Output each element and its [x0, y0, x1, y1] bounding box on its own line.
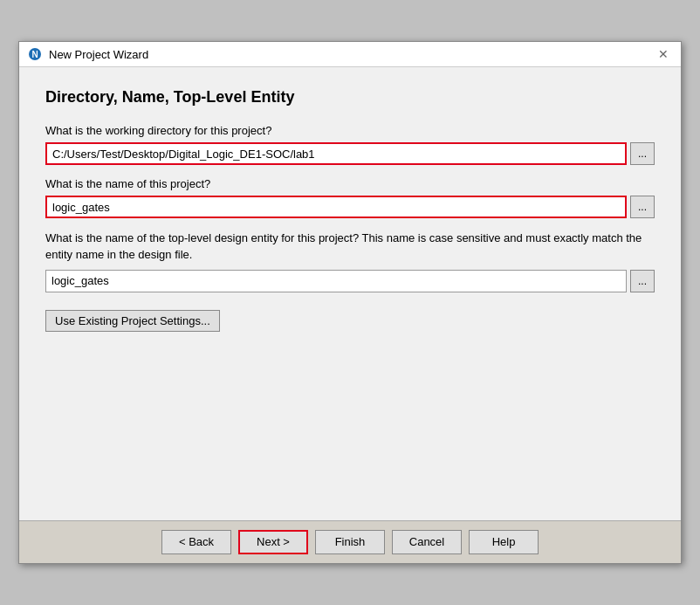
directory-browse-button[interactable]: ...	[630, 142, 655, 165]
title-bar: N New Project Wizard ✕	[19, 42, 681, 67]
directory-label: What is the working directory for this p…	[45, 124, 655, 137]
name-label: What is the name of this project?	[45, 177, 655, 190]
wizard-footer: < Back Next > Finish Cancel Help	[19, 520, 681, 563]
wizard-icon: N	[28, 47, 42, 61]
help-button[interactable]: Help	[469, 530, 539, 554]
entity-input[interactable]	[45, 270, 627, 292]
wizard-content: Directory, Name, Top-Level Entity What i…	[19, 67, 681, 519]
page-title: Directory, Name, Top-Level Entity	[45, 88, 655, 107]
entity-browse-button[interactable]: ...	[630, 270, 655, 292]
name-input[interactable]	[45, 196, 627, 218]
next-button[interactable]: Next >	[238, 530, 308, 554]
directory-row: ...	[45, 142, 655, 165]
finish-button[interactable]: Finish	[315, 530, 385, 554]
wizard-window: N New Project Wizard ✕ Directory, Name, …	[18, 41, 682, 563]
name-row: ...	[45, 196, 655, 218]
svg-text:N: N	[31, 50, 38, 59]
back-button[interactable]: < Back	[161, 530, 231, 554]
cancel-button[interactable]: Cancel	[392, 530, 462, 554]
existing-project-button[interactable]: Use Existing Project Settings...	[45, 310, 220, 332]
close-button[interactable]: ✕	[655, 47, 672, 61]
window-title: New Project Wizard	[49, 48, 148, 61]
title-bar-left: N New Project Wizard	[28, 47, 148, 61]
entity-label: What is the name of the top-level design…	[45, 230, 655, 262]
entity-row: ...	[45, 270, 655, 292]
directory-input[interactable]	[45, 142, 627, 165]
spacer	[45, 332, 655, 506]
name-browse-button[interactable]: ...	[630, 196, 655, 218]
